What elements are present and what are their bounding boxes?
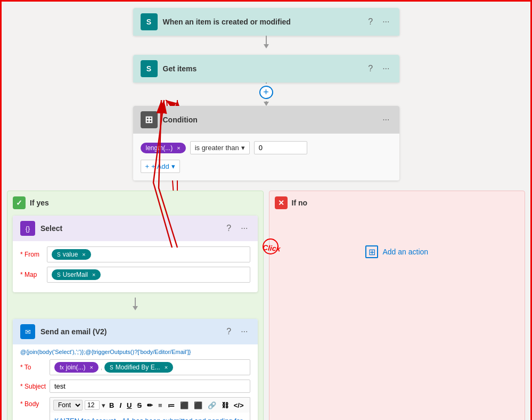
trigger-icon: S <box>141 13 158 30</box>
condition-icon: ⊞ <box>141 111 158 128</box>
select-icon: {} <box>20 221 35 236</box>
get-items-card: S Get items ? ··· <box>133 55 399 83</box>
if-no-icon: ✕ <box>275 196 288 209</box>
email-more-btn[interactable]: ··· <box>239 326 250 337</box>
subject-field-row: * Subject test <box>20 380 250 393</box>
bold-btn[interactable]: B <box>108 401 116 410</box>
select-help-btn[interactable]: ? <box>224 223 233 234</box>
subject-input[interactable]: test <box>50 380 250 393</box>
body-content[interactable]: KAIZEN for Account - A1 has been submitt… <box>50 413 250 420</box>
select-more-btn[interactable]: ··· <box>239 223 250 234</box>
trigger-more-btn[interactable]: ··· <box>380 16 391 28</box>
condition-token-close[interactable]: × <box>177 145 180 151</box>
from-icon: S <box>57 252 61 258</box>
to-token2: S Modified By E... × <box>104 362 173 373</box>
body-text-line1: KAIZEN for Account - A1 has been submitt… <box>54 417 245 420</box>
if-no-panel: ✕ If no ⊞ Add an action <box>269 191 526 420</box>
add-step-btn[interactable]: + <box>259 86 273 99</box>
trigger-title: When an item is created or modified <box>163 18 366 26</box>
font-size-input[interactable] <box>85 400 100 410</box>
select-header: {} Select ? ··· <box>13 216 258 241</box>
numbered-list-btn[interactable]: ≔ <box>166 401 176 410</box>
email-icon: ✉ <box>20 324 35 339</box>
condition-operator-select[interactable]: is greater than ▾ <box>190 141 250 154</box>
if-no-header: ✕ If no <box>275 196 520 209</box>
email-header: ✉ Send an email (V2) ? ··· <box>13 319 258 344</box>
condition-row: length(...) × is greater than ▾ <box>141 141 392 154</box>
condition-more-btn[interactable]: ··· <box>380 114 391 126</box>
to-label: * To <box>20 364 50 371</box>
map-icon: S <box>57 272 61 278</box>
get-items-more-btn[interactable]: ··· <box>380 63 391 75</box>
if-yes-panel: ✓ If yes {} Select ? ··· * From <box>7 191 264 420</box>
email-card: ✉ Send an email (V2) ? ··· @{join(body('… <box>13 319 258 420</box>
bullet-list-btn[interactable]: ≡ <box>157 401 164 410</box>
subject-label: * Subject <box>20 383 50 390</box>
underline-btn[interactable]: U <box>125 401 133 410</box>
email-body: @{join(body('Select'),';')};@{triggerOut… <box>13 344 258 420</box>
from-token-close[interactable]: × <box>82 251 85 258</box>
condition-body: length(...) × is greater than ▾ + + Add … <box>133 134 399 180</box>
from-input[interactable]: S value × <box>47 246 250 262</box>
pencil-btn[interactable]: ✏ <box>145 401 154 410</box>
select-title: Select <box>40 224 224 233</box>
italic-btn[interactable]: I <box>118 401 123 410</box>
map-input[interactable]: S UserMail × <box>47 267 250 283</box>
from-field-row: * From S value × <box>20 246 250 262</box>
if-yes-label: If yes <box>30 199 49 207</box>
strikethrough-btn[interactable]: S <box>135 401 143 410</box>
to-token1: fx join(...) × <box>54 362 99 373</box>
map-label: * Map <box>20 271 47 278</box>
condition-title: Condition <box>163 116 381 124</box>
get-items-header: S Get items ? ··· <box>133 55 399 83</box>
branch-container: ✓ If yes {} Select ? ··· * From <box>7 191 525 420</box>
if-yes-header: ✓ If yes <box>13 196 258 209</box>
to-token1-close[interactable]: × <box>89 364 93 370</box>
to-field-row: * To fx join(...) × , S Modified By E... <box>20 359 250 375</box>
if-no-label: If no <box>292 199 308 207</box>
condition-value-input[interactable] <box>254 141 307 154</box>
condition-add-btn[interactable]: + + Add ▾ <box>141 160 180 173</box>
align-left-btn[interactable]: ⬛ <box>178 401 190 410</box>
body-label: * Body <box>20 400 50 408</box>
select-card: {} Select ? ··· * From S value <box>13 216 258 292</box>
add-action-icon: ⊞ <box>365 245 378 258</box>
align-right-btn[interactable]: ⬛ <box>192 401 204 410</box>
rich-toolbar: Font ▾ B I U S ✏ ≡ ≔ ⬛ <box>50 397 250 413</box>
get-items-title: Get items <box>163 64 366 73</box>
get-items-icon: S <box>141 60 158 77</box>
condition-header: ⊞ Condition ··· <box>133 106 399 134</box>
add-action-btn[interactable]: ⊞ Add an action <box>361 241 432 262</box>
body-field-row: * Body Font ▾ B I U S ✏ ≡ <box>20 397 250 420</box>
unlink-btn[interactable]: ⛓ <box>220 401 230 410</box>
to-token2-close[interactable]: × <box>165 364 168 370</box>
condition-card: ⊞ Condition ··· length(...) × is greater… <box>133 106 399 180</box>
email-title: Send an email (V2) <box>40 327 224 336</box>
select-body: * From S value × * Map <box>13 241 258 292</box>
if-yes-icon: ✓ <box>13 196 26 209</box>
trigger-help-btn[interactable]: ? <box>366 16 375 28</box>
font-select[interactable]: Font <box>53 400 83 410</box>
condition-token-chip[interactable]: length(...) × <box>141 143 186 153</box>
trigger-header: S When an item is created or modified ? … <box>133 8 399 36</box>
condition-token-label: length(...) <box>146 144 173 152</box>
map-token-close[interactable]: × <box>92 271 95 278</box>
email-help-btn[interactable]: ? <box>224 326 233 337</box>
from-label: * From <box>20 251 47 258</box>
trigger-card: S When an item is created or modified ? … <box>133 8 399 36</box>
to-input[interactable]: fx join(...) × , S Modified By E... × <box>50 359 250 375</box>
formula-bar: @{join(body('Select'),';')};@{triggerOut… <box>20 349 250 355</box>
get-items-help-btn[interactable]: ? <box>366 63 375 75</box>
map-token: S UserMail × <box>52 269 101 280</box>
link-btn[interactable]: 🔗 <box>206 401 218 410</box>
code-btn[interactable]: </> <box>232 401 245 410</box>
from-token: S value × <box>52 249 91 260</box>
map-field-row: * Map S UserMail × <box>20 267 250 283</box>
click-text-annotation: Click <box>262 243 281 253</box>
